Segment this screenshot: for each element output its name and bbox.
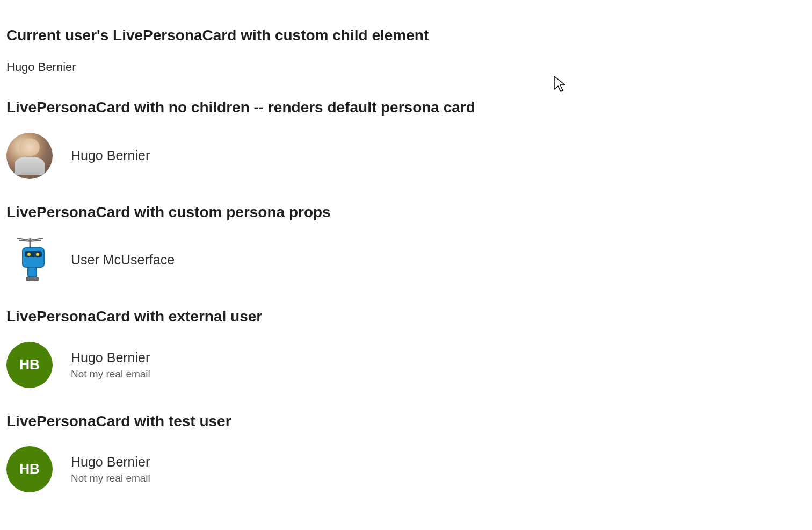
persona-details: Hugo Bernier <box>71 147 150 165</box>
persona-secondary-text: Not my real email <box>71 367 150 381</box>
persona-primary-text: Hugo Bernier <box>71 349 150 367</box>
svg-rect-6 <box>25 251 42 257</box>
section-custom-child: Current user's LivePersonaCard with cust… <box>6 26 806 74</box>
svg-line-0 <box>17 238 30 240</box>
section-heading: LivePersonaCard with external user <box>6 307 806 326</box>
section-heading: LivePersonaCard with custom persona prop… <box>6 203 806 222</box>
section-external-user: LivePersonaCard with external user HB Hu… <box>6 307 806 388</box>
section-heading: LivePersonaCard with test user <box>6 412 806 431</box>
avatar-photo <box>6 133 53 179</box>
cursor-icon <box>553 75 568 92</box>
persona-details: Hugo Bernier Not my real email <box>71 453 150 485</box>
svg-rect-10 <box>26 277 39 281</box>
section-custom-props: LivePersonaCard with custom persona prop… <box>6 203 806 283</box>
persona-card[interactable]: Hugo Bernier <box>6 133 806 179</box>
persona-card[interactable]: HB Hugo Bernier Not my real email <box>6 342 806 388</box>
persona-details: User McUserface <box>71 251 175 269</box>
persona-primary-text: User McUserface <box>71 251 175 269</box>
section-heading: LivePersonaCard with no children -- rend… <box>6 98 806 117</box>
svg-rect-9 <box>28 267 37 277</box>
avatar-initials: HB <box>6 446 53 492</box>
section-heading: Current user's LivePersonaCard with cust… <box>6 26 806 45</box>
section-test-user: LivePersonaCard with test user HB Hugo B… <box>6 412 806 492</box>
avatar-initials-text: HB <box>19 461 40 477</box>
robot-icon <box>6 237 53 283</box>
persona-card[interactable]: User McUserface <box>6 237 806 283</box>
persona-primary-text: Hugo Bernier <box>71 453 150 471</box>
avatar-robot <box>6 237 53 283</box>
svg-point-7 <box>27 253 31 256</box>
persona-custom-child-text[interactable]: Hugo Bernier <box>6 60 806 74</box>
persona-primary-text: Hugo Bernier <box>71 147 150 165</box>
persona-details: Hugo Bernier Not my real email <box>71 349 150 381</box>
avatar-initials: HB <box>6 342 53 388</box>
section-default-persona: LivePersonaCard with no children -- rend… <box>6 98 806 178</box>
persona-card[interactable]: HB Hugo Bernier Not my real email <box>6 446 806 492</box>
persona-secondary-text: Not my real email <box>71 471 150 485</box>
avatar-initials-text: HB <box>19 356 40 373</box>
svg-point-8 <box>36 253 39 256</box>
svg-line-1 <box>30 238 43 240</box>
